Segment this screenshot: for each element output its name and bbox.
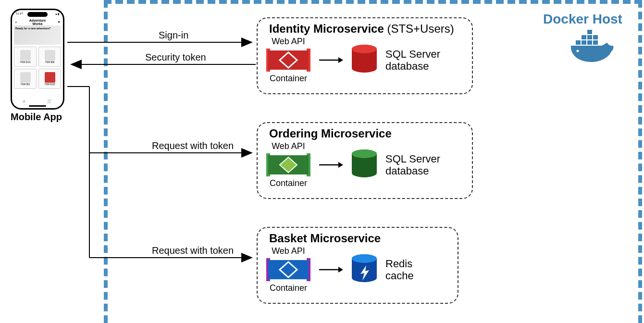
database-icon	[350, 149, 379, 181]
redis-icon	[350, 254, 379, 286]
svg-rect-2	[587, 40, 592, 45]
container-icon	[265, 48, 311, 73]
list-item: ITEM $52	[14, 69, 37, 89]
arrow-icon	[318, 161, 343, 169]
arrow-icon	[318, 56, 343, 64]
home-icon: ⌂	[23, 99, 25, 103]
container-icon	[265, 257, 311, 282]
docker-host-title: Docker Host	[543, 12, 622, 27]
phone-home-indicator	[29, 105, 46, 107]
cart-icon: 🛒	[47, 99, 52, 103]
phone-app-title: Adventure Works	[29, 19, 46, 25]
request-basket-label: Request with token	[152, 245, 234, 256]
docker-icon	[567, 30, 620, 63]
database-icon	[350, 44, 379, 76]
phone-nav-bar: ⌂ 🛒	[12, 99, 63, 103]
ordering-storage-label: SQL Server database	[385, 153, 448, 177]
container-label: Container	[270, 283, 307, 293]
svg-point-14	[352, 45, 377, 53]
phone-app-header: ≡ Adventure Works ▾	[12, 19, 63, 25]
phone-signal-icon: ▲▮	[55, 12, 59, 15]
mobile-phone: 11:27 ▲▮ ≡ Adventure Works ▾ Ready for a…	[11, 9, 64, 110]
phone-banner: Ready for a new adventure?	[14, 25, 61, 45]
svg-marker-18	[338, 162, 343, 168]
phone-time: 11:27	[16, 12, 23, 15]
container-label: Container	[270, 178, 307, 188]
ordering-title: Ordering Microservice	[269, 127, 464, 140]
svg-rect-7	[587, 30, 592, 34]
basket-title: Basket Microservice	[269, 232, 450, 245]
diagram-canvas: Docker Host 11:27 ▲▮ ≡ Adventure Works ▾	[0, 0, 644, 323]
phone-notch	[27, 12, 48, 17]
menu-icon: ≡	[15, 21, 17, 24]
basket-microservice-box: Basket Microservice Web API Container	[257, 227, 458, 304]
identity-microservice-box: Identity Microservice (STS+Users) Web AP…	[257, 17, 473, 94]
web-api-label: Web API	[272, 141, 305, 151]
svg-rect-6	[593, 35, 598, 39]
arrow-icon	[318, 265, 343, 274]
svg-rect-1	[582, 40, 586, 45]
web-api-label: Web API	[272, 246, 305, 256]
web-api-label: Web API	[272, 37, 305, 47]
token-label: Security token	[145, 52, 206, 63]
svg-rect-0	[576, 40, 581, 45]
container-label: Container	[270, 74, 307, 84]
svg-rect-5	[587, 35, 592, 39]
identity-storage-label: SQL Server database	[385, 48, 448, 73]
svg-point-8	[577, 50, 579, 52]
ordering-microservice-box: Ordering Microservice Web API Container	[257, 122, 473, 199]
identity-title: Identity Microservice (STS+Users)	[269, 22, 464, 36]
ordering-container: Web API Container	[265, 141, 311, 188]
basket-storage-label: Redis cache	[385, 258, 443, 282]
svg-marker-24	[338, 267, 343, 273]
container-icon	[265, 152, 311, 177]
svg-rect-3	[593, 40, 598, 45]
svg-rect-4	[582, 35, 586, 39]
identity-container: Web API Container	[265, 37, 311, 84]
mobile-app-label: Mobile App	[11, 112, 62, 123]
svg-marker-12	[338, 57, 343, 63]
basket-container: Web API Container	[265, 246, 311, 293]
request-ordering-label: Request with token	[152, 140, 234, 151]
list-item: ITEM $119	[14, 47, 37, 67]
svg-point-26	[352, 254, 377, 263]
phone-product-grid: ITEM $119 ITEM $89 ITEM $52 ITEM $125	[14, 47, 61, 89]
signin-label: Sign-in	[159, 30, 188, 41]
list-item: ITEM $125	[38, 69, 61, 89]
svg-point-20	[352, 149, 377, 158]
filter-icon: ▾	[58, 20, 60, 24]
list-item: ITEM $89	[38, 47, 61, 67]
